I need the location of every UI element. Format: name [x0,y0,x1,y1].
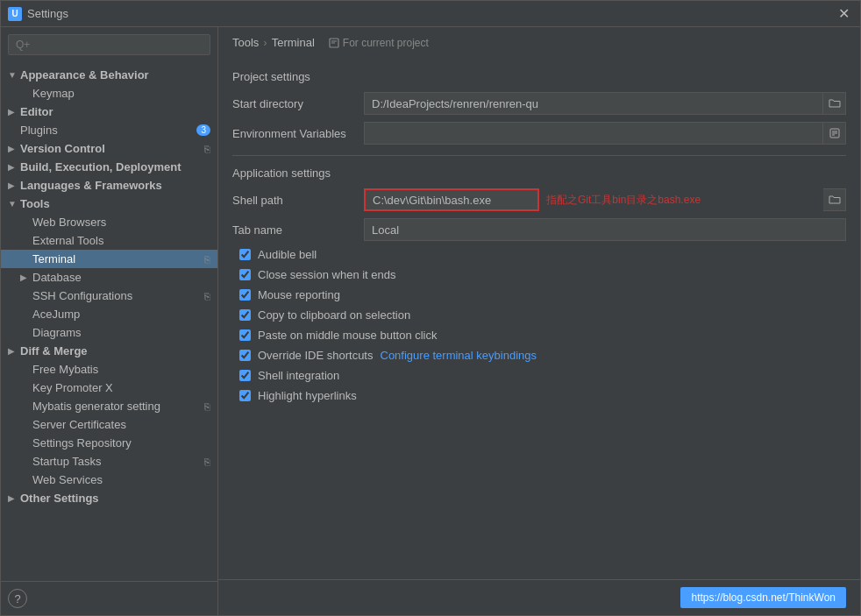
sidebar-item-plugins[interactable]: Plugins3 [1,121,217,139]
for-current-project[interactable]: For current project [329,37,429,49]
checkbox-row-shell-integration: Shell integration [232,369,846,382]
app-icon: U [8,7,22,21]
sidebar-item-web-browsers[interactable]: Web Browsers [1,213,217,231]
sidebar-item-label-web-browsers: Web Browsers [32,216,210,229]
sidebar-item-keymap[interactable]: Keymap [1,84,217,103]
sidebar-item-build-execution[interactable]: ▶Build, Execution, Deployment [1,158,217,176]
checkbox-label-highlight-hyperlinks: Highlight hyperlinks [258,389,357,402]
sidebar-item-label-settings-repository: Settings Repository [32,436,210,450]
sidebar-item-version-control[interactable]: ▶Version Control⎘ [1,139,217,158]
sidebar: ▼Appearance & BehaviorKeymap▶EditorPlugi… [1,27,218,615]
sidebar-item-diff-merge[interactable]: ▶Diff & Merge [1,342,217,360]
item-badge-plugins: 3 [196,124,210,136]
sidebar-item-label-database: Database [32,271,210,284]
sidebar-item-languages-frameworks[interactable]: ▶Languages & Frameworks [1,176,217,195]
checkbox-row-copy-clipboard: Copy to clipboard on selection [232,308,846,322]
start-directory-input[interactable] [364,92,823,115]
title-bar: U Settings ✕ [1,1,860,27]
sidebar-item-web-services[interactable]: Web Services [1,471,217,489]
checkbox-audible-bell[interactable] [239,249,251,260]
sidebar-item-label-server-certificates: Server Certificates [32,418,210,431]
sidebar-item-label-appearance-behavior: Appearance & Behavior [20,68,210,81]
checkbox-paste-middle[interactable] [239,329,251,341]
sidebar-item-label-ssh-configurations: SSH Configurations [32,289,201,302]
sidebar-item-label-keymap: Keymap [32,87,210,100]
checkbox-highlight-hyperlinks[interactable] [239,390,251,401]
item-icon-right-startup-tasks: ⎘ [204,457,210,467]
help-button[interactable]: ? [8,589,27,608]
sidebar-item-diagrams[interactable]: Diagrams [1,323,217,342]
sidebar-item-label-startup-tasks: Startup Tasks [32,455,201,468]
checkbox-label-shell-integration: Shell integration [258,369,339,382]
breadcrumb-sep: › [263,36,267,49]
sidebar-item-key-promoter[interactable]: Key Promoter X [1,379,217,397]
sidebar-item-label-acejump: AceJump [32,308,210,321]
sidebar-item-label-terminal: Terminal [32,252,201,266]
sidebar-item-label-diagrams: Diagrams [32,326,210,339]
main-body: Project settings Start directory [218,56,860,579]
main-footer: https://blog.csdn.net/ThinkWon [218,579,860,615]
sidebar-item-free-mybatis[interactable]: Free Mybatis [1,360,217,379]
shell-path-input[interactable] [364,188,539,211]
breadcrumb-current: Terminal [272,36,315,49]
checkbox-override-ide[interactable] [239,350,251,361]
sidebar-item-label-diff-merge: Diff & Merge [20,344,210,358]
breadcrumb-parent: Tools [232,36,259,49]
close-button[interactable]: ✕ [835,5,853,22]
start-directory-label: Start directory [232,97,364,110]
start-directory-browse-btn[interactable] [823,92,846,115]
sidebar-item-startup-tasks[interactable]: Startup Tasks⎘ [1,452,217,471]
edit-icon [829,127,841,139]
sidebar-item-label-plugins: Plugins [20,124,193,137]
sidebar-item-terminal[interactable]: Terminal⎘ [1,250,217,268]
sidebar-item-label-key-promoter: Key Promoter X [32,381,210,394]
sidebar-item-appearance-behavior[interactable]: ▼Appearance & Behavior [1,66,217,84]
footer-url[interactable]: https://blog.csdn.net/ThinkWon [680,587,846,608]
sidebar-bottom: ? [1,581,217,615]
sidebar-item-label-free-mybatis: Free Mybatis [32,363,210,376]
checkbox-label-mouse-reporting: Mouse reporting [258,288,340,301]
env-variables-btn[interactable] [823,122,846,145]
sidebar-item-mybatis-generator[interactable]: Mybatis generator setting⎘ [1,397,217,415]
checkboxes-container: Audible bellClose session when it endsMo… [232,248,846,402]
sidebar-item-external-tools[interactable]: External Tools [1,231,217,250]
checkbox-copy-clipboard[interactable] [239,309,251,321]
checkbox-shell-integration[interactable] [239,370,251,381]
start-directory-row: Start directory [232,92,846,115]
sidebar-item-server-certificates[interactable]: Server Certificates [1,415,217,434]
checkbox-mouse-reporting[interactable] [239,289,251,301]
search-input[interactable] [8,34,210,55]
env-variables-label: Environment Variables [232,127,364,140]
sidebar-item-tools[interactable]: ▼Tools [1,195,217,213]
sidebar-item-editor[interactable]: ▶Editor [1,103,217,121]
env-variables-input-wrap [364,122,846,145]
checkbox-label-audible-bell: Audible bell [258,248,317,261]
checkbox-row-paste-middle: Paste on middle mouse button click [232,329,846,342]
checkbox-close-session[interactable] [239,269,251,280]
shell-path-hint: 指配之Git工具bin目录之bash.exe [546,193,701,208]
sidebar-item-label-build-execution: Build, Execution, Deployment [20,160,210,173]
checkbox-label-close-session: Close session when it ends [258,268,396,281]
checkbox-row-override-ide: Override IDE shortcutsConfigure terminal… [232,349,846,362]
sidebar-item-label-version-control: Version Control [20,142,201,155]
checkbox-link-override-ide[interactable]: Configure terminal keybindings [381,349,537,362]
shell-path-row: Shell path 指配之Git工具bin目录之bash.exe [232,188,846,211]
start-directory-input-wrap [364,92,846,115]
checkbox-row-highlight-hyperlinks: Highlight hyperlinks [232,389,846,402]
env-variables-row: Environment Variables [232,122,846,145]
sidebar-item-ssh-configurations[interactable]: SSH Configurations⎘ [1,287,217,305]
shell-path-browse-btn[interactable] [823,188,846,211]
project-settings-label: Project settings [232,70,846,83]
sidebar-item-database[interactable]: ▶Database [1,268,217,287]
application-settings-label: Application settings [232,166,846,180]
env-variables-input[interactable] [364,122,823,145]
sidebar-item-acejump[interactable]: AceJump [1,305,217,323]
sidebar-item-settings-repository[interactable]: Settings Repository [1,434,217,452]
sidebar-item-other-settings[interactable]: ▶Other Settings [1,489,217,507]
checkbox-label-copy-clipboard: Copy to clipboard on selection [258,308,410,322]
checkbox-label-paste-middle: Paste on middle mouse button click [258,329,438,342]
item-icon-right-ssh-configurations: ⎘ [204,291,210,301]
checkbox-row-close-session: Close session when it ends [232,268,846,281]
sidebar-item-label-languages-frameworks: Languages & Frameworks [20,179,210,192]
tab-name-input[interactable] [364,218,846,241]
